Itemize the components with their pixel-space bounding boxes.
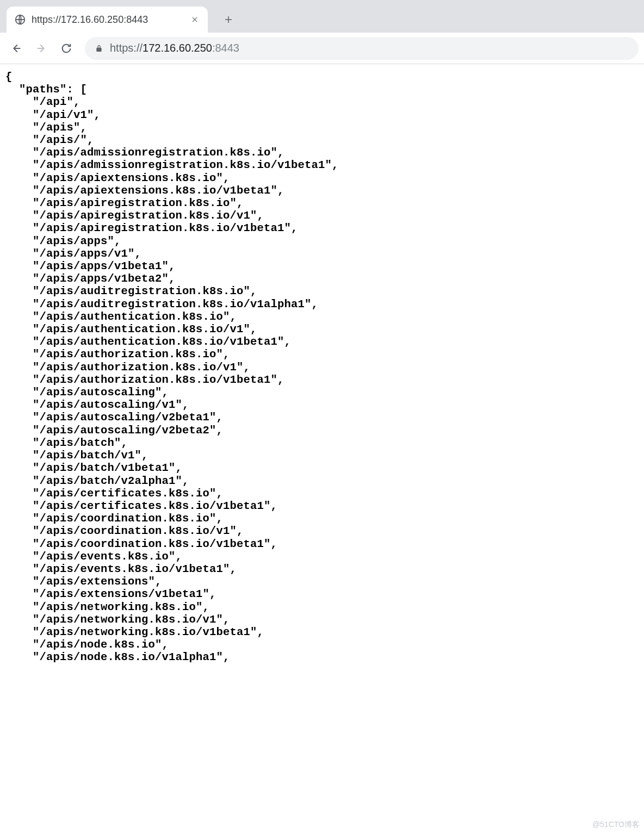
lock-icon xyxy=(95,44,103,53)
browser-chrome: https://172.16.60.250:8443 https://172.1… xyxy=(0,0,644,64)
new-tab-button[interactable] xyxy=(218,9,239,30)
reload-button[interactable] xyxy=(55,38,77,59)
url-host: 172.16.60.250 xyxy=(143,42,212,54)
address-bar[interactable]: https://172.16.60.250:8443 xyxy=(85,37,639,60)
watermark: @51CTO博客 xyxy=(592,820,640,830)
forward-button[interactable] xyxy=(30,38,52,59)
tab-title: https://172.16.60.250:8443 xyxy=(32,14,184,26)
globe-icon xyxy=(14,14,26,26)
back-button[interactable] xyxy=(5,38,27,59)
toolbar: https://172.16.60.250:8443 xyxy=(0,33,644,64)
url-port: :8443 xyxy=(212,42,239,54)
browser-tab[interactable]: https://172.16.60.250:8443 xyxy=(7,7,208,33)
json-response-body: { "paths": [ "/api", "/api/v1", "/apis",… xyxy=(0,64,644,670)
url-text: https://172.16.60.250:8443 xyxy=(110,42,239,54)
close-icon[interactable] xyxy=(189,14,200,25)
url-protocol: https:// xyxy=(110,42,143,54)
tab-strip: https://172.16.60.250:8443 xyxy=(0,0,644,33)
